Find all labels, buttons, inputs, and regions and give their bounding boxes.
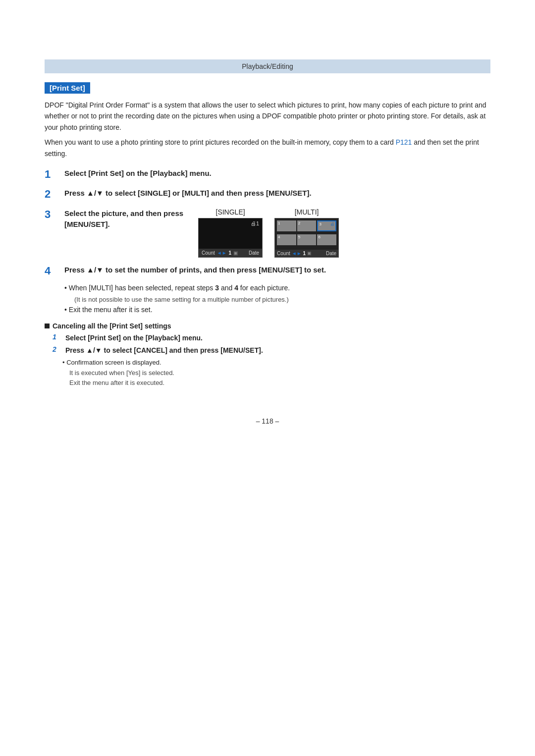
canceling-title: Canceling all the [Print Set] settings xyxy=(53,322,171,330)
step3-content: Select the picture, and then pressSelect… xyxy=(64,208,490,258)
step4-text: Press ▲/▼ to set the number of prints, a… xyxy=(64,265,326,276)
step3-text: Select the picture, and then pressSelect… xyxy=(64,208,183,230)
intro-para2: When you want to use a photo printing st… xyxy=(45,137,490,159)
multi-grid: 1 2 3🖨 4 5 6 xyxy=(275,218,338,250)
step1-text: Select [Print Set] on the [Playback] men… xyxy=(64,168,490,179)
single-screen: 🖨1 Count ◄► 1 ▣ Date xyxy=(198,218,263,258)
bullet1-step4: 4 xyxy=(234,284,238,292)
multi-display: [MULTI] 1 2 3🖨 4 5 xyxy=(274,208,339,258)
multi-cell-6: 6 xyxy=(317,234,336,245)
cancel-bullet1: Confirmation screen is displayed. xyxy=(62,358,490,368)
step2-text: Press ▲/▼ to select [SINGLE] or [MULTI] … xyxy=(64,188,490,199)
cancel-sub2: Exit the menu after it is executed. xyxy=(69,378,490,388)
single-date-label: Date xyxy=(249,250,259,256)
bullet1-sub: (It is not possible to use the same sett… xyxy=(74,295,490,305)
cancel-step2-text: Press ▲/▼ to select [CANCEL] and then pr… xyxy=(65,345,263,356)
step2-row: 2 Press ▲/▼ to select [SINGLE] or [MULTI… xyxy=(45,188,490,201)
step3-row: 3 Select the picture, and then pressSele… xyxy=(45,208,490,258)
bullet-section: When [MULTI] has been selected, repeat s… xyxy=(64,282,490,315)
multi-bottom-bar: Count ◄► 1 ▣ Date xyxy=(275,250,338,257)
multi-count-label: Count xyxy=(277,251,290,256)
step3-number: 3 xyxy=(45,208,60,221)
section-header-text: Playback/Editing xyxy=(242,62,293,70)
multi-cell-5: 5 xyxy=(297,234,317,245)
multi-count-value: 1 xyxy=(303,251,306,256)
multi-date-label: Date xyxy=(326,251,336,256)
multi-cell-2: 2 xyxy=(297,220,317,231)
step4-number: 4 xyxy=(45,265,60,277)
bullet1-step3: 3 xyxy=(215,284,219,292)
single-icon-area: 🖨1 xyxy=(199,218,262,226)
single-icon-small: ▣ xyxy=(233,250,238,256)
multi-icon-small: ▣ xyxy=(307,251,312,256)
cancel-step1: 1 Select [Print Set] on the [Playback] m… xyxy=(53,333,490,343)
single-label: [SINGLE] xyxy=(198,208,263,216)
page-number: – 118 – xyxy=(45,417,490,425)
step1-row: 1 Select [Print Set] on the [Playback] m… xyxy=(45,168,490,181)
bullet2: Exit the menu after it is set. xyxy=(64,304,490,315)
bullet1: When [MULTI] has been selected, repeat s… xyxy=(64,282,490,293)
cancel-sub1: It is executed when [Yes] is selected. xyxy=(69,368,490,378)
page-container: Playback/Editing [Print Set] DPOF "Digit… xyxy=(45,0,490,465)
cancel-step1-text: Select [Print Set] on the [Playback] men… xyxy=(65,333,203,343)
multi-label: [MULTI] xyxy=(274,208,339,216)
steps-section: 1 Select [Print Set] on the [Playback] m… xyxy=(45,168,490,387)
multi-cell-3: 3🖨 xyxy=(317,220,336,231)
cancel-step2: 2 Press ▲/▼ to select [CANCEL] and then … xyxy=(53,345,490,356)
cancel-bullets: Confirmation screen is displayed. It is … xyxy=(62,358,490,387)
section-header-bar: Playback/Editing xyxy=(45,59,490,73)
p121-link[interactable]: P121 xyxy=(396,138,412,146)
single-multi-container: [SINGLE] 🖨1 Count ◄► 1 ▣ xyxy=(198,208,339,258)
multi-screen: 1 2 3🖨 4 5 6 Count xyxy=(274,218,339,258)
multi-cell-4: 4 xyxy=(277,234,296,245)
black-square-icon xyxy=(45,324,50,328)
multi-top: 1 2 3🖨 4 5 6 xyxy=(275,218,338,250)
single-print-icon: 🖨1 xyxy=(251,220,259,226)
cancel-step2-num: 2 xyxy=(53,345,62,353)
canceling-section: Canceling all the [Print Set] settings 1… xyxy=(45,322,490,387)
intro-para1: DPOF "Digital Print Order Format" is a s… xyxy=(45,100,490,133)
multi-arrows: ◄► xyxy=(292,251,302,256)
step4-row: 4 Press ▲/▼ to set the number of prints,… xyxy=(45,265,490,277)
cancel-step1-num: 1 xyxy=(53,333,62,341)
single-bottom-bar: Count ◄► 1 ▣ Date xyxy=(199,249,262,257)
single-display: [SINGLE] 🖨1 Count ◄► 1 ▣ xyxy=(198,208,263,258)
step1-number: 1 xyxy=(45,168,60,181)
print-set-title: [Print Set] xyxy=(45,82,90,94)
single-count-label: Count xyxy=(202,250,215,256)
multi-cell-1: 1 xyxy=(277,220,296,231)
single-arrows: ◄► xyxy=(217,250,227,256)
canceling-header: Canceling all the [Print Set] settings xyxy=(45,322,490,330)
single-count-value: 1 xyxy=(229,250,232,256)
step2-number: 2 xyxy=(45,188,60,201)
